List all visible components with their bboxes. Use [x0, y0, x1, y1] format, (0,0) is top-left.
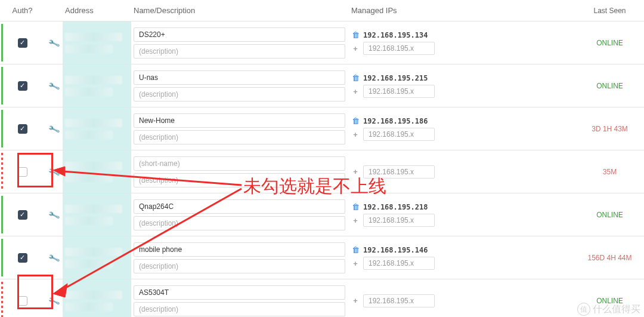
name-input[interactable]: Qnap264C	[134, 199, 345, 214]
wrench-icon[interactable]: 🔧	[47, 251, 60, 264]
ip-input[interactable]: 192.168.195.x	[363, 214, 435, 227]
table-row: ✓🔧U-nas(description)🗑192.168.195.215+192…	[0, 64, 644, 107]
plus-icon[interactable]: +	[351, 44, 360, 53]
last-seen: ONLINE	[596, 297, 623, 305]
wrench-icon[interactable]: 🔧	[47, 294, 60, 307]
description-input[interactable]: (description)	[134, 259, 345, 273]
ip-input[interactable]: 192.168.195.x	[363, 42, 435, 55]
plus-icon[interactable]: +	[351, 87, 360, 96]
auth-checkbox[interactable]: ✓	[18, 38, 27, 48]
trash-icon[interactable]: 🗑	[351, 116, 360, 125]
auth-checkbox[interactable]	[18, 167, 27, 177]
wrench-icon[interactable]: 🔧	[47, 165, 60, 178]
table-row: 🔧(short-name)(description)+192.168.195.x…	[0, 150, 644, 193]
plus-icon[interactable]: +	[351, 167, 360, 176]
name-input[interactable]: (short-name)	[134, 156, 345, 171]
name-input[interactable]: mobile phone	[134, 242, 345, 257]
auth-checkbox[interactable]: ✓	[18, 210, 27, 220]
trash-icon[interactable]: 🗑	[351, 245, 360, 254]
header-address: Address	[63, 2, 131, 19]
header-name: Name/Description	[131, 2, 349, 19]
table-row: ✓🔧Qnap264C(description)🗑192.168.195.218+…	[0, 193, 644, 236]
last-seen: ONLINE	[596, 39, 623, 47]
last-seen: 156D 4H 44M	[587, 254, 631, 262]
ip-input[interactable]: 192.168.195.x	[363, 165, 435, 178]
wrench-icon[interactable]: 🔧	[47, 36, 60, 49]
name-input[interactable]: U-nas	[134, 70, 345, 85]
address-cell	[63, 193, 131, 236]
ip-input[interactable]: 192.168.195.x	[363, 294, 435, 307]
managed-ip: 192.168.195.218	[363, 203, 428, 211]
wrench-icon[interactable]: 🔧	[47, 208, 60, 221]
last-seen: 3D 1H 43M	[592, 125, 628, 133]
table-row: ✓🔧mobile phone(description)🗑192.168.195.…	[0, 236, 644, 279]
device-table: Auth? Address Name/Description Managed I…	[0, 0, 644, 317]
trash-icon[interactable]: 🗑	[351, 73, 360, 82]
plus-icon[interactable]: +	[351, 130, 360, 139]
name-input[interactable]: AS5304T	[134, 285, 345, 300]
plus-icon[interactable]: +	[351, 216, 360, 225]
ip-input[interactable]: 192.168.195.x	[363, 128, 435, 141]
ip-input[interactable]: 192.168.195.x	[363, 257, 435, 270]
description-input[interactable]: (description)	[134, 216, 345, 230]
last-seen: 35M	[603, 168, 617, 176]
table-row: 🔧AS5304T(description)+192.168.195.xONLIN…	[0, 279, 644, 317]
managed-ip: 192.168.195.134	[363, 31, 428, 39]
address-cell	[63, 107, 131, 150]
managed-ip: 192.168.195.215	[363, 74, 428, 82]
auth-checkbox[interactable]	[18, 296, 27, 306]
header-last: Last Seen	[575, 7, 644, 15]
plus-icon[interactable]: +	[351, 259, 360, 268]
description-input[interactable]: (description)	[134, 87, 345, 101]
auth-checkbox[interactable]: ✓	[18, 253, 27, 263]
header-ips: Managed IPs	[349, 2, 575, 19]
address-cell	[63, 64, 131, 107]
table-row: ✓🔧DS220+(description)🗑192.168.195.134+19…	[0, 21, 644, 64]
last-seen: ONLINE	[596, 211, 623, 219]
managed-ip: 192.168.195.186	[363, 117, 428, 125]
name-input[interactable]: DS220+	[134, 27, 345, 42]
trash-icon[interactable]: 🗑	[351, 30, 360, 39]
managed-ip: 192.168.195.146	[363, 246, 428, 254]
table-row: ✓🔧New-Home(description)🗑192.168.195.186+…	[0, 107, 644, 150]
plus-icon[interactable]: +	[351, 296, 360, 305]
name-input[interactable]: New-Home	[134, 113, 345, 128]
description-input[interactable]: (description)	[134, 130, 345, 144]
address-cell	[63, 21, 131, 64]
address-cell	[63, 150, 131, 193]
header-auth: Auth?	[0, 6, 45, 15]
wrench-icon[interactable]: 🔧	[47, 122, 60, 135]
ip-input[interactable]: 192.168.195.x	[363, 85, 435, 98]
auth-checkbox[interactable]: ✓	[18, 81, 27, 91]
trash-icon[interactable]: 🗑	[351, 202, 360, 211]
last-seen: ONLINE	[596, 82, 623, 90]
description-input[interactable]: (description)	[134, 44, 345, 59]
description-input[interactable]: (description)	[134, 173, 345, 187]
wrench-icon[interactable]: 🔧	[47, 79, 60, 92]
description-input[interactable]: (description)	[134, 302, 345, 316]
address-cell	[63, 279, 131, 317]
address-cell	[63, 236, 131, 279]
auth-checkbox[interactable]: ✓	[18, 124, 27, 134]
table-header: Auth? Address Name/Description Managed I…	[0, 0, 644, 21]
